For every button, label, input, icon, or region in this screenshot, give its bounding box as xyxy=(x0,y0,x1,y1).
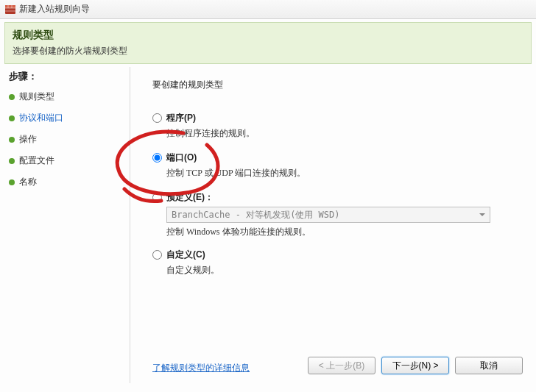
svg-rect-1 xyxy=(5,5,15,8)
title-bar: 新建入站规则向导 xyxy=(0,0,536,19)
step-profile[interactable]: 配置文件 xyxy=(9,154,128,167)
vertical-divider xyxy=(130,67,130,383)
option-predefined-label: 预定义(E)： xyxy=(166,191,214,204)
wizard-buttons: < 上一步(B) 下一步(N) > 取消 xyxy=(308,357,523,374)
steps-heading: 步骤： xyxy=(9,70,128,83)
bullet-icon xyxy=(9,158,15,164)
learn-more-link[interactable]: 了解规则类型的详细信息 xyxy=(152,362,250,374)
step-rule-type[interactable]: 规则类型 xyxy=(9,90,128,103)
steps-sidebar: 步骤： 规则类型 协议和端口 操作 配置文件 名称 xyxy=(4,67,128,383)
option-custom-label: 自定义(C) xyxy=(166,249,205,261)
radio-custom[interactable] xyxy=(152,250,162,260)
main-content: 要创建的规则类型 程序(P) 控制程序连接的规则。 端口(O) 控制 TCP 或… xyxy=(132,67,532,383)
step-protocol-port[interactable]: 协议和端口 xyxy=(9,112,128,124)
header-subtitle: 选择要创建的防火墙规则类型 xyxy=(13,45,523,57)
predefined-dropdown: BranchCache - 对等机发现(使用 WSD) xyxy=(166,207,490,223)
bullet-icon xyxy=(9,115,15,121)
dropdown-value: BranchCache - 对等机发现(使用 WSD) xyxy=(172,209,340,221)
option-predefined-desc: 控制 Windows 体验功能连接的规则。 xyxy=(166,226,520,238)
option-port-desc: 控制 TCP 或 UDP 端口连接的规则。 xyxy=(166,167,520,179)
option-port-label: 端口(O) xyxy=(166,152,197,164)
radio-program[interactable] xyxy=(152,113,162,123)
option-custom-desc: 自定义规则。 xyxy=(166,264,520,277)
bullet-icon xyxy=(9,137,15,143)
option-program[interactable]: 程序(P) xyxy=(152,112,520,124)
option-port[interactable]: 端口(O) xyxy=(152,152,520,164)
bullet-icon xyxy=(9,94,15,100)
option-program-label: 程序(P) xyxy=(166,112,196,124)
option-custom[interactable]: 自定义(C) xyxy=(152,249,520,261)
option-program-desc: 控制程序连接的规则。 xyxy=(166,127,520,140)
back-button: < 上一步(B) xyxy=(308,357,375,374)
firewall-icon xyxy=(4,4,16,15)
option-predefined[interactable]: 预定义(E)： xyxy=(152,191,520,204)
cancel-button[interactable]: 取消 xyxy=(455,357,523,374)
window-title: 新建入站规则向导 xyxy=(19,3,90,15)
step-action[interactable]: 操作 xyxy=(9,133,128,146)
chevron-down-icon xyxy=(479,213,485,216)
radio-predefined[interactable] xyxy=(152,193,162,202)
header-title: 规则类型 xyxy=(13,29,523,42)
step-name[interactable]: 名称 xyxy=(9,176,128,188)
bullet-icon xyxy=(9,179,15,185)
next-button[interactable]: 下一步(N) > xyxy=(381,357,449,374)
header-panel: 规则类型 选择要创建的防火墙规则类型 xyxy=(4,22,532,64)
main-heading: 要创建的规则类型 xyxy=(152,79,520,91)
radio-port[interactable] xyxy=(152,153,162,163)
